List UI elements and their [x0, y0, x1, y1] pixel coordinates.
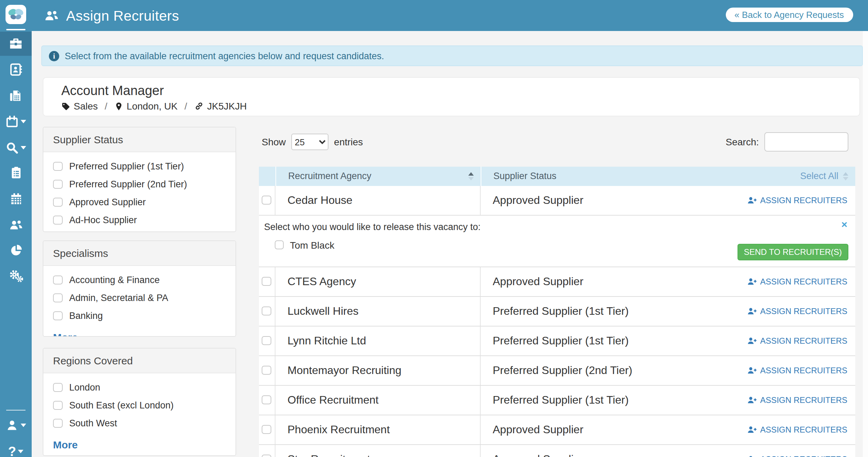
- checkbox[interactable]: [53, 311, 62, 321]
- page-title: Assign Recruiters: [66, 7, 179, 24]
- map-marker-icon: [114, 102, 123, 111]
- assign-recruiters-link[interactable]: ASSIGN RECRUITERS: [747, 277, 847, 286]
- sidebar-item-jobs[interactable]: [0, 31, 32, 55]
- assign-recruiters-link[interactable]: ASSIGN RECRUITERS: [747, 336, 847, 345]
- regions-more-link[interactable]: More: [53, 439, 78, 450]
- assign-recruiters-link[interactable]: ASSIGN RECRUITERS: [747, 306, 847, 316]
- assign-recruiters-link[interactable]: ASSIGN RECRUITERS: [747, 454, 847, 457]
- question-icon: ?: [8, 444, 16, 457]
- header-checkbox-cell: [259, 166, 276, 186]
- sidebar-item-settings[interactable]: [0, 264, 32, 288]
- checkbox[interactable]: [53, 162, 62, 171]
- job-location-label: London, UK: [127, 101, 178, 112]
- filter-approved-supplier[interactable]: Approved Supplier: [53, 197, 226, 207]
- caret-down-icon: [18, 450, 24, 453]
- panel-title: Regions Covered: [43, 349, 236, 373]
- filter-admin-secretarial-pa[interactable]: Admin, Secretarial & PA: [53, 293, 226, 303]
- assign-recruiters-label: ASSIGN RECRUITERS: [760, 425, 847, 434]
- checkbox-label: Ad-Hoc Supplier: [69, 215, 137, 225]
- table-row-office-recruitment: Office Recruitment Preferred Supplier (1…: [259, 385, 855, 415]
- checkbox[interactable]: [53, 401, 62, 410]
- checkbox-label: Accounting & Finance: [69, 275, 160, 285]
- row-checkbox[interactable]: [262, 455, 271, 457]
- sidebar-item-help[interactable]: ?: [0, 439, 32, 457]
- row-checkbox[interactable]: [262, 366, 271, 375]
- row-checkbox[interactable]: [262, 425, 271, 434]
- checkbox-label: Banking: [69, 311, 103, 321]
- sort-asc-icon: [468, 172, 473, 180]
- sidebar-divider: [6, 410, 25, 411]
- checkbox[interactable]: [53, 419, 62, 428]
- row-checkbox[interactable]: [262, 336, 271, 345]
- assign-recruiters-link[interactable]: ASSIGN RECRUITERS: [747, 425, 847, 434]
- user-icon: [6, 419, 19, 432]
- tag-icon: [61, 102, 70, 111]
- filter-accounting-finance[interactable]: Accounting & Finance: [53, 275, 226, 285]
- checkbox[interactable]: [53, 180, 62, 189]
- supplier-status: Preferred Supplier (1st Tier): [493, 334, 629, 347]
- info-alert: i Select from the available recruitment …: [41, 45, 863, 66]
- filter-london[interactable]: London: [53, 382, 226, 393]
- sidebar-item-search[interactable]: [0, 136, 32, 160]
- link-icon: [194, 101, 204, 111]
- sidebar-item-schedule[interactable]: [0, 187, 32, 211]
- row-checkbox[interactable]: [262, 277, 271, 286]
- filter-south-east[interactable]: South East (excl London): [53, 400, 226, 411]
- back-to-agency-requests-button[interactable]: « Back to Agency Requests: [725, 8, 853, 22]
- checkbox[interactable]: [53, 198, 62, 207]
- recruiter-label: Tom Black: [290, 239, 334, 250]
- specialisms-more-link[interactable]: More: [53, 331, 78, 337]
- sidebar-item-contacts[interactable]: [0, 57, 32, 81]
- checkbox[interactable]: [53, 383, 62, 392]
- column-header-recruitment-agency[interactable]: Recruitment Agency: [276, 166, 481, 186]
- checkbox[interactable]: [53, 216, 62, 225]
- sidebar-item-fax[interactable]: [0, 83, 32, 107]
- filter-adhoc-supplier[interactable]: Ad-Hoc Supplier: [53, 215, 226, 225]
- checkbox-label: South East (excl London): [69, 400, 174, 411]
- assign-recruiters-link[interactable]: ASSIGN RECRUITERS: [747, 365, 847, 375]
- users-icon: [44, 8, 59, 23]
- checkbox[interactable]: [53, 293, 62, 303]
- search-label: Search:: [726, 136, 759, 147]
- filter-preferred-2nd-tier[interactable]: Preferred Supplier (2nd Tier): [53, 179, 226, 189]
- agency-name: Lynn Ritchie Ltd: [275, 326, 480, 355]
- calendar-grid-icon: [9, 192, 22, 205]
- checkbox[interactable]: [274, 240, 284, 250]
- select-all-header[interactable]: Select All: [800, 171, 848, 181]
- sidebar-nav: ?: [0, 0, 32, 457]
- row-checkbox[interactable]: [262, 196, 271, 205]
- send-to-recruiters-button[interactable]: SEND TO RECRUITER(S): [738, 243, 848, 260]
- app-logo[interactable]: [6, 5, 26, 24]
- table-row-luckwell-hires: Luckwell Hires Preferred Supplier (1st T…: [259, 297, 855, 326]
- sidebar-item-account[interactable]: [0, 413, 32, 437]
- panel-title: Specialisms: [43, 241, 236, 266]
- page-length-select[interactable]: 25: [291, 134, 328, 150]
- scrollbar-track[interactable]: [862, 31, 868, 457]
- column-label: Supplier Status: [493, 171, 556, 181]
- sidebar-item-people[interactable]: [0, 213, 32, 237]
- sidebar-item-calendar[interactable]: [0, 110, 32, 134]
- search-icon: [6, 141, 19, 154]
- clipboard-icon: [9, 166, 22, 179]
- filter-south-west[interactable]: South West: [53, 418, 226, 428]
- job-reference: JK5JKJH: [194, 101, 247, 112]
- table-row-ctes-agency: CTES Agency Approved Supplier ASSIGN REC…: [259, 267, 855, 297]
- assign-recruiters-link[interactable]: ASSIGN RECRUITERS: [747, 395, 847, 405]
- filter-preferred-1st-tier[interactable]: Preferred Supplier (1st Tier): [53, 161, 226, 172]
- close-icon[interactable]: ×: [841, 219, 847, 229]
- job-reference-label: JK5JKJH: [207, 101, 247, 112]
- column-header-supplier-status: Supplier Status Select All: [481, 166, 855, 186]
- search-input[interactable]: [764, 132, 848, 152]
- agency-name: Office Recruitment: [275, 385, 480, 414]
- info-icon: i: [49, 51, 59, 61]
- assign-recruiters-link[interactable]: ASSIGN RECRUITERS: [747, 195, 847, 205]
- filter-banking[interactable]: Banking: [53, 311, 226, 321]
- sidebar-item-tasks[interactable]: [0, 160, 32, 185]
- checkbox-label: Approved Supplier: [69, 197, 146, 207]
- assign-recruiters-label: ASSIGN RECRUITERS: [760, 277, 847, 286]
- row-checkbox[interactable]: [262, 307, 271, 316]
- row-checkbox[interactable]: [262, 395, 271, 405]
- job-title: Account Manager: [61, 83, 859, 98]
- checkbox[interactable]: [53, 276, 62, 285]
- sidebar-item-reports[interactable]: [0, 238, 32, 262]
